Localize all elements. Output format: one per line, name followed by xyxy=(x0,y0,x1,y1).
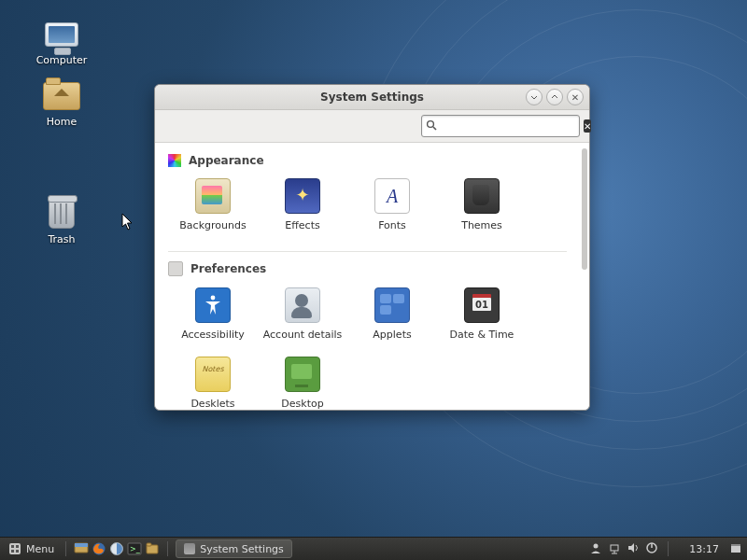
tray-network-icon[interactable] xyxy=(608,541,621,557)
settings-item-desktop[interactable]: Desktop xyxy=(258,355,347,410)
desklets-icon xyxy=(195,357,231,392)
settings-item-accessibility[interactable]: Accessibility xyxy=(168,286,258,355)
taskbar-entry-icon xyxy=(184,543,195,554)
settings-item-label: Effects xyxy=(285,219,319,231)
search-icon xyxy=(426,119,437,133)
browser-launcher-icon[interactable] xyxy=(109,541,124,556)
svg-point-0 xyxy=(428,120,434,127)
clear-search-button[interactable]: ✕ xyxy=(584,119,591,133)
themes-icon xyxy=(464,178,500,214)
fonts-icon: A xyxy=(374,178,410,214)
svg-point-16 xyxy=(594,543,599,548)
section-label: Preferences xyxy=(190,262,266,275)
settings-item-fonts[interactable]: A Fonts xyxy=(347,176,437,245)
scrollbar-thumb[interactable] xyxy=(582,148,587,270)
taskbar-panel: Menu >_ System Settings xyxy=(0,537,747,560)
applets-icon xyxy=(374,287,410,323)
svg-rect-23 xyxy=(731,544,740,546)
tray-calendar-icon[interactable] xyxy=(730,542,741,556)
menu-button[interactable]: Menu xyxy=(0,538,62,560)
preferences-category-icon xyxy=(168,261,183,276)
settings-item-desklets[interactable]: Desklets xyxy=(168,355,258,410)
terminal-launcher-icon[interactable]: >_ xyxy=(127,541,142,556)
svg-rect-17 xyxy=(611,545,618,551)
date-time-icon xyxy=(464,287,500,323)
svg-line-1 xyxy=(433,127,436,130)
appearance-category-icon xyxy=(168,154,181,167)
settings-item-label: Accessibility xyxy=(181,329,245,341)
system-tray: 13:17 xyxy=(584,541,747,557)
search-field[interactable] xyxy=(440,119,584,133)
section-label: Appearance xyxy=(189,154,264,167)
minimize-button[interactable] xyxy=(526,89,543,105)
settings-item-label: Backgrounds xyxy=(179,219,246,231)
settings-item-label: Desklets xyxy=(190,398,234,410)
desktop-settings-icon xyxy=(285,357,320,392)
desktop-icon-label: Home xyxy=(47,116,77,128)
svg-rect-6 xyxy=(11,550,14,553)
svg-rect-15 xyxy=(147,543,151,546)
svg-text:>_: >_ xyxy=(130,545,141,553)
search-input[interactable]: ✕ xyxy=(421,115,580,137)
settings-item-backgrounds[interactable]: Backgrounds xyxy=(168,176,258,245)
section-divider xyxy=(168,251,567,252)
svg-rect-9 xyxy=(75,543,88,547)
tray-user-icon[interactable] xyxy=(589,541,602,557)
close-button[interactable]: ✕ xyxy=(567,89,584,105)
system-settings-window: System Settings ✕ ✕ Appearance xyxy=(154,84,590,411)
panel-separator xyxy=(668,541,669,556)
settings-item-label: Applets xyxy=(373,329,411,341)
preferences-grid: Accessibility Account details Applets Da… xyxy=(168,286,567,410)
files-launcher-icon[interactable] xyxy=(145,541,160,556)
settings-item-label: Fonts xyxy=(378,219,406,231)
settings-item-label: Date & Time xyxy=(450,329,514,341)
section-header-preferences: Preferences xyxy=(168,261,567,276)
trash-icon xyxy=(49,199,75,229)
mouse-cursor-icon xyxy=(121,213,134,231)
desktop: Computer Home Trash System Settings ✕ xyxy=(0,0,747,560)
accessibility-icon xyxy=(195,287,231,323)
section-header-appearance: Appearance xyxy=(168,154,567,167)
launcher-tray: >_ xyxy=(70,541,163,556)
svg-rect-4 xyxy=(11,545,14,548)
titlebar[interactable]: System Settings ✕ xyxy=(155,85,589,110)
settings-body: Appearance Backgrounds Effects A Fonts xyxy=(155,143,589,410)
desktop-icon-trash[interactable]: Trash xyxy=(30,196,93,245)
settings-item-date-time[interactable]: Date & Time xyxy=(437,286,527,355)
effects-icon xyxy=(285,178,320,214)
desktop-icon-label: Trash xyxy=(48,233,75,245)
panel-separator xyxy=(65,541,66,556)
clock[interactable]: 13:17 xyxy=(684,543,725,555)
svg-rect-7 xyxy=(16,550,19,553)
settings-item-effects[interactable]: Effects xyxy=(258,176,347,245)
settings-item-themes[interactable]: Themes xyxy=(437,176,527,245)
firefox-launcher-icon[interactable] xyxy=(92,541,106,556)
settings-item-applets[interactable]: Applets xyxy=(347,286,437,355)
show-desktop-icon[interactable] xyxy=(74,541,89,556)
settings-item-label: Account details xyxy=(263,329,343,341)
backgrounds-icon xyxy=(195,178,231,214)
maximize-button[interactable] xyxy=(546,89,563,105)
toolbar: ✕ xyxy=(155,110,589,143)
tray-power-icon[interactable] xyxy=(645,541,658,557)
menu-icon xyxy=(7,541,22,556)
appearance-grid: Backgrounds Effects A Fonts Themes xyxy=(168,176,567,245)
desktop-icon-home[interactable]: Home xyxy=(30,78,93,128)
computer-icon xyxy=(45,22,78,47)
desktop-icon-computer[interactable]: Computer xyxy=(30,17,93,66)
svg-point-2 xyxy=(211,296,216,301)
tray-volume-icon[interactable] xyxy=(627,541,640,557)
settings-item-label: Themes xyxy=(461,219,502,231)
menu-label: Menu xyxy=(26,543,54,555)
taskbar-entry-label: System Settings xyxy=(200,543,284,555)
svg-rect-3 xyxy=(9,543,21,554)
panel-separator xyxy=(167,541,168,556)
desktop-icon-label: Computer xyxy=(36,54,88,66)
account-icon xyxy=(285,287,320,323)
settings-item-label: Desktop xyxy=(281,398,323,410)
settings-item-account-details[interactable]: Account details xyxy=(258,286,347,355)
taskbar-entry-system-settings[interactable]: System Settings xyxy=(176,539,292,558)
folder-home-icon xyxy=(43,82,80,110)
svg-rect-5 xyxy=(16,545,19,548)
